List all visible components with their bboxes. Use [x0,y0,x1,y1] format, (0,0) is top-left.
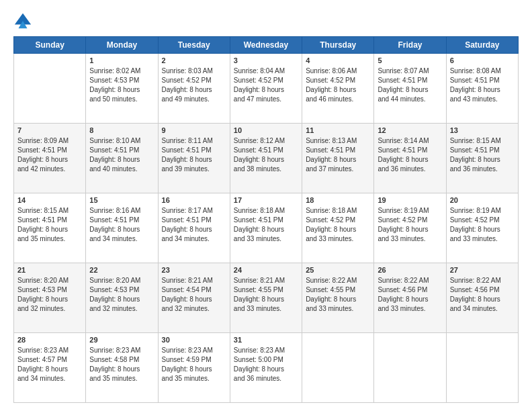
cell-content: 3Sunrise: 8:04 AMSunset: 4:52 PMDaylight… [234,56,298,104]
sunset-text: Sunset: 4:55 PM [306,285,370,295]
calendar-body: 1Sunrise: 8:02 AMSunset: 4:53 PMDaylight… [14,54,519,403]
day-number: 8 [89,126,154,136]
day-number: 20 [450,195,515,205]
sunrise-text: Sunrise: 8:06 AM [306,66,370,76]
day-number: 12 [378,126,442,136]
sunrise-text: Sunrise: 8:20 AM [17,276,82,285]
header [13,11,519,30]
cell-content: 28Sunrise: 8:23 AMSunset: 4:57 PMDayligh… [17,335,82,383]
sunrise-text: Sunrise: 8:12 AM [234,136,298,146]
day-number: 3 [234,56,298,66]
sunset-text: Sunset: 4:52 PM [450,216,515,225]
daylight-text: Daylight: 8 hours [89,225,154,234]
cell-content: 12Sunrise: 8:14 AMSunset: 4:51 PMDayligh… [378,126,442,174]
sunset-text: Sunset: 4:51 PM [162,216,226,225]
calendar-cell: 29Sunrise: 8:23 AMSunset: 4:58 PMDayligh… [86,333,158,403]
sunset-text: Sunset: 4:57 PM [17,355,82,365]
calendar-cell: 9Sunrise: 8:11 AMSunset: 4:51 PMDaylight… [158,124,230,193]
cell-content: 1Sunrise: 8:02 AMSunset: 4:53 PMDaylight… [89,56,154,104]
calendar-cell [14,54,86,124]
sunrise-text: Sunrise: 8:16 AM [89,206,154,216]
daylight-text-cont: and 32 minutes. [162,304,226,314]
calendar-week-row: 7Sunrise: 8:09 AMSunset: 4:51 PMDaylight… [14,124,519,193]
sunset-text: Sunset: 4:58 PM [89,355,154,365]
cell-content: 10Sunrise: 8:12 AMSunset: 4:51 PMDayligh… [234,126,298,174]
cell-content: 17Sunrise: 8:18 AMSunset: 4:51 PMDayligh… [234,195,298,244]
calendar-cell: 15Sunrise: 8:16 AMSunset: 4:51 PMDayligh… [86,193,158,263]
cell-content: 16Sunrise: 8:17 AMSunset: 4:51 PMDayligh… [162,195,226,244]
day-number: 16 [162,195,226,205]
daylight-text-cont: and 38 minutes. [234,165,298,174]
sunrise-text: Sunrise: 8:04 AM [234,66,298,76]
daylight-text: Daylight: 8 hours [17,295,82,304]
calendar-cell: 22Sunrise: 8:20 AMSunset: 4:53 PMDayligh… [86,263,158,333]
cell-content: 8Sunrise: 8:10 AMSunset: 4:51 PMDaylight… [89,126,154,174]
day-number: 13 [450,126,515,136]
calendar-cell: 2Sunrise: 8:03 AMSunset: 4:52 PMDaylight… [158,54,230,124]
calendar-cell: 11Sunrise: 8:13 AMSunset: 4:51 PMDayligh… [302,124,374,193]
daylight-text-cont: and 35 minutes. [89,374,154,383]
day-number: 28 [17,335,82,345]
weekday-header-cell: Monday [86,37,158,54]
daylight-text: Daylight: 8 hours [162,295,226,304]
day-number: 19 [378,195,442,205]
day-number: 31 [234,335,298,345]
day-number: 30 [162,335,226,345]
sunset-text: Sunset: 4:52 PM [378,216,442,225]
calendar-cell: 3Sunrise: 8:04 AMSunset: 4:52 PMDaylight… [230,54,302,124]
daylight-text: Daylight: 8 hours [89,295,154,304]
sunset-text: Sunset: 4:51 PM [234,216,298,225]
weekday-header-cell: Saturday [446,37,518,54]
sunrise-text: Sunrise: 8:18 AM [306,206,370,216]
daylight-text: Daylight: 8 hours [89,365,154,374]
weekday-header-cell: Sunday [14,37,86,54]
daylight-text-cont: and 34 minutes. [162,234,226,244]
sunrise-text: Sunrise: 8:07 AM [378,66,442,76]
calendar-cell: 21Sunrise: 8:20 AMSunset: 4:53 PMDayligh… [14,263,86,333]
daylight-text: Daylight: 8 hours [162,365,226,374]
sunset-text: Sunset: 4:53 PM [89,76,154,85]
cell-content: 25Sunrise: 8:22 AMSunset: 4:55 PMDayligh… [306,265,370,314]
sunset-text: Sunset: 4:51 PM [450,76,515,85]
cell-content: 26Sunrise: 8:22 AMSunset: 4:56 PMDayligh… [378,265,442,314]
daylight-text-cont: and 33 minutes. [234,304,298,314]
calendar-cell: 18Sunrise: 8:18 AMSunset: 4:52 PMDayligh… [302,193,374,263]
cell-content: 4Sunrise: 8:06 AMSunset: 4:52 PMDaylight… [306,56,370,104]
daylight-text-cont: and 33 minutes. [450,234,515,244]
daylight-text-cont: and 35 minutes. [162,374,226,383]
daylight-text: Daylight: 8 hours [306,225,370,234]
sunset-text: Sunset: 4:52 PM [234,76,298,85]
cell-content: 19Sunrise: 8:19 AMSunset: 4:52 PMDayligh… [378,195,442,244]
daylight-text: Daylight: 8 hours [306,295,370,304]
day-number: 18 [306,195,370,205]
sunrise-text: Sunrise: 8:19 AM [378,206,442,216]
calendar-cell: 25Sunrise: 8:22 AMSunset: 4:55 PMDayligh… [302,263,374,333]
calendar-cell: 16Sunrise: 8:17 AMSunset: 4:51 PMDayligh… [158,193,230,263]
calendar-cell: 4Sunrise: 8:06 AMSunset: 4:52 PMDaylight… [302,54,374,124]
sunset-text: Sunset: 4:51 PM [89,146,154,155]
sunrise-text: Sunrise: 8:02 AM [89,66,154,76]
calendar-cell: 19Sunrise: 8:19 AMSunset: 4:52 PMDayligh… [374,193,446,263]
day-number: 29 [89,335,154,345]
cell-content: 27Sunrise: 8:22 AMSunset: 4:56 PMDayligh… [450,265,515,314]
calendar-cell: 24Sunrise: 8:21 AMSunset: 4:55 PMDayligh… [230,263,302,333]
sunset-text: Sunset: 4:51 PM [162,146,226,155]
daylight-text-cont: and 35 minutes. [17,234,82,244]
day-number: 26 [378,265,442,275]
cell-content: 18Sunrise: 8:18 AMSunset: 4:52 PMDayligh… [306,195,370,244]
sunrise-text: Sunrise: 8:18 AM [234,206,298,216]
day-number: 2 [162,56,226,66]
sunrise-text: Sunrise: 8:17 AM [162,206,226,216]
calendar-cell: 30Sunrise: 8:23 AMSunset: 4:59 PMDayligh… [158,333,230,403]
day-number: 25 [306,265,370,275]
cell-content: 11Sunrise: 8:13 AMSunset: 4:51 PMDayligh… [306,126,370,174]
daylight-text: Daylight: 8 hours [17,155,82,165]
sunset-text: Sunset: 4:56 PM [450,285,515,295]
sunrise-text: Sunrise: 8:22 AM [306,276,370,285]
sunset-text: Sunset: 4:51 PM [306,146,370,155]
sunset-text: Sunset: 4:52 PM [306,216,370,225]
daylight-text: Daylight: 8 hours [17,225,82,234]
sunrise-text: Sunrise: 8:21 AM [162,276,226,285]
weekday-header-cell: Friday [374,37,446,54]
daylight-text: Daylight: 8 hours [162,155,226,165]
